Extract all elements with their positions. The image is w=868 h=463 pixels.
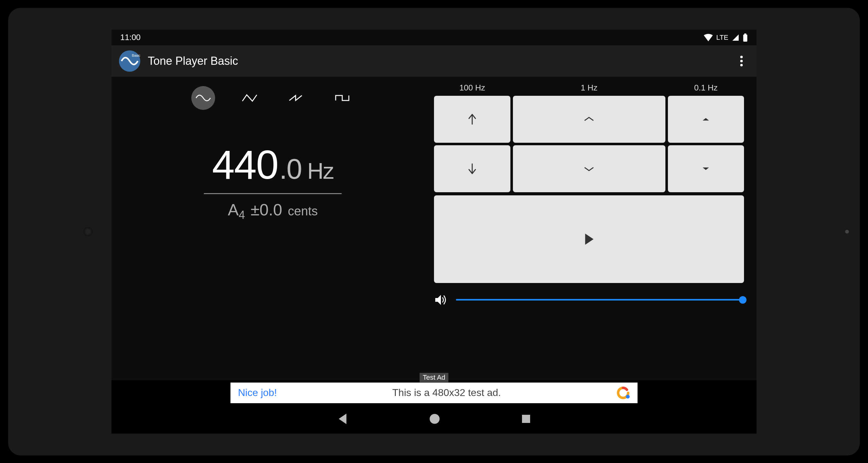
admob-logo-icon xyxy=(616,386,630,400)
caret-up-icon xyxy=(702,117,710,121)
volume-row xyxy=(434,290,744,309)
wave-sine-button[interactable] xyxy=(191,86,215,110)
freq-unit: Hz xyxy=(307,158,334,184)
status-icons: LTE xyxy=(704,33,748,42)
ad-headline: Nice job! xyxy=(238,387,277,399)
front-camera xyxy=(83,227,93,236)
note-octave: 4 xyxy=(239,209,245,221)
screen: 11:00 LTE Basic Tone Player Basic xyxy=(112,30,756,434)
left-column: 440 .0 Hz A4 ±0.0 cents xyxy=(124,83,422,380)
wave-sawtooth-button[interactable] xyxy=(284,86,308,110)
play-button[interactable] xyxy=(434,195,744,283)
step-labels: 100 Hz 1 Hz 0.1 Hz xyxy=(434,83,744,93)
nav-recent-button[interactable] xyxy=(521,414,531,425)
chevron-down-icon xyxy=(583,165,595,172)
cents-label: cents xyxy=(288,204,318,218)
arrow-down-icon xyxy=(467,163,477,174)
status-bar: 11:00 LTE xyxy=(112,30,756,45)
freq-down-01-button[interactable] xyxy=(668,145,744,192)
ad-body: This is a 480x32 test ad. xyxy=(277,387,617,399)
freq-down-1-button[interactable] xyxy=(513,145,665,192)
wifi-icon xyxy=(704,34,713,41)
nav-back-button[interactable] xyxy=(337,413,348,426)
app-icon: Basic xyxy=(119,51,140,72)
freq-down-100-button[interactable] xyxy=(434,145,510,192)
divider xyxy=(204,193,342,194)
square-icon xyxy=(334,94,350,102)
play-icon xyxy=(583,233,595,245)
svg-point-5 xyxy=(626,395,630,399)
signal-icon xyxy=(732,34,740,41)
freq-up-100-button[interactable] xyxy=(434,96,510,143)
ad-container: Test Ad Nice job! This is a 480x32 test … xyxy=(112,380,756,405)
overflow-menu-button[interactable] xyxy=(734,54,749,68)
more-vert-icon xyxy=(740,56,743,66)
cents-value: ±0.0 xyxy=(250,200,282,219)
volume-slider[interactable] xyxy=(456,299,744,301)
svg-point-6 xyxy=(430,414,440,424)
step-label-100: 100 Hz xyxy=(434,83,510,93)
nav-recent-icon xyxy=(521,414,531,424)
freq-up-01-button[interactable] xyxy=(668,96,744,143)
note-display: A4 ±0.0 cents xyxy=(204,200,342,222)
nav-back-icon xyxy=(337,413,348,425)
nav-home-icon xyxy=(429,413,440,424)
volume-thumb[interactable] xyxy=(739,296,746,304)
clock: 11:00 xyxy=(120,33,141,42)
app-bar: Basic Tone Player Basic xyxy=(112,45,756,77)
arrow-up-icon xyxy=(467,114,477,125)
app-icon-badge: Basic xyxy=(132,54,140,57)
freq-decimal: .0 xyxy=(279,153,302,185)
side-indicator xyxy=(845,230,849,234)
svg-point-4 xyxy=(740,64,743,66)
note-letter: A xyxy=(228,200,239,219)
ad-banner[interactable]: Nice job! This is a 480x32 test ad. xyxy=(230,382,638,403)
svg-point-2 xyxy=(740,56,743,58)
triangle-icon xyxy=(242,94,257,102)
sine-icon xyxy=(195,94,211,102)
freq-up-1-button[interactable] xyxy=(513,96,665,143)
frequency-display: 440 .0 Hz A4 ±0.0 cents xyxy=(204,141,342,222)
tablet-frame: 11:00 LTE Basic Tone Player Basic xyxy=(8,8,860,456)
waveform-selector xyxy=(191,86,354,110)
right-column: 100 Hz 1 Hz 0.1 Hz xyxy=(434,83,744,380)
svg-point-3 xyxy=(740,60,743,62)
volume-icon xyxy=(434,294,446,306)
main-content: 440 .0 Hz A4 ±0.0 cents 100 Hz 1 Hz xyxy=(112,77,756,380)
svg-rect-7 xyxy=(522,415,530,423)
app-title: Tone Player Basic xyxy=(148,55,734,68)
svg-rect-1 xyxy=(744,33,746,34)
ad-badge: Test Ad xyxy=(420,373,448,382)
wave-triangle-button[interactable] xyxy=(238,86,261,110)
freq-integer: 440 xyxy=(212,141,278,188)
step-label-01: 0.1 Hz xyxy=(668,83,744,93)
chevron-up-icon xyxy=(583,116,595,122)
network-label: LTE xyxy=(716,33,728,42)
nav-home-button[interactable] xyxy=(429,413,440,426)
wave-square-button[interactable] xyxy=(330,86,354,110)
navigation-bar xyxy=(112,405,756,434)
note-name: A4 xyxy=(228,200,245,222)
sawtooth-icon xyxy=(288,94,304,102)
svg-rect-0 xyxy=(743,34,747,42)
step-buttons xyxy=(434,96,744,192)
caret-down-icon xyxy=(702,166,710,171)
frequency-value: 440 .0 Hz xyxy=(204,141,342,188)
step-label-1: 1 Hz xyxy=(513,83,665,93)
battery-icon xyxy=(743,33,748,42)
